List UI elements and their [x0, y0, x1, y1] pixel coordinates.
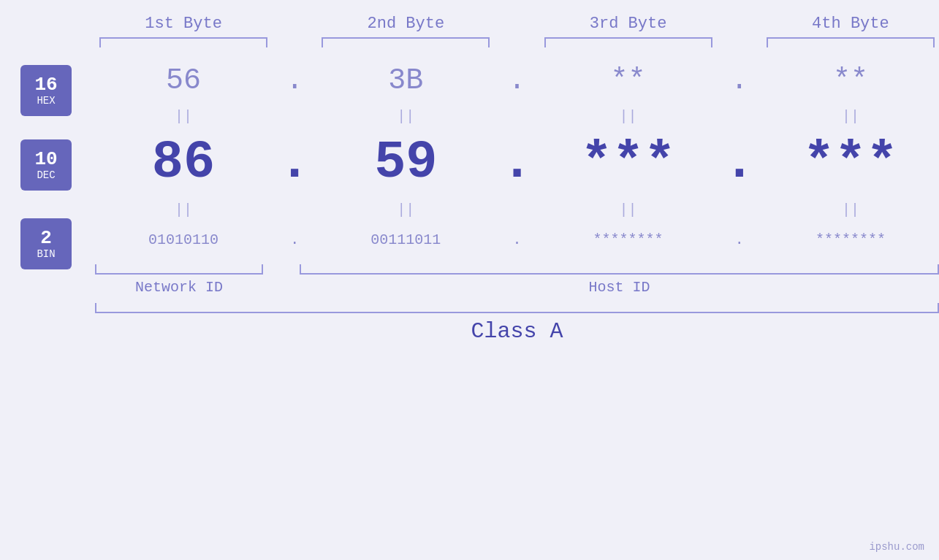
- dec-b4: ***: [767, 133, 935, 193]
- bin-badge-num: 2: [40, 228, 52, 249]
- dec-badge-label: DEC: [37, 169, 55, 181]
- hex-badge-label: HEX: [37, 95, 55, 107]
- dec-b2: 59: [322, 133, 490, 193]
- eq2-b1: ||: [99, 202, 267, 218]
- bin-dot1: .: [276, 231, 313, 248]
- byte2-header: 2nd Byte: [322, 15, 490, 33]
- eq1-b1: ||: [99, 108, 267, 125]
- hex-badge-num: 16: [34, 74, 57, 96]
- watermark: ipshu.com: [869, 541, 924, 553]
- eq2-b3: ||: [544, 202, 712, 218]
- bottom-bracket-host: [300, 264, 939, 275]
- top-bracket-1: [99, 37, 267, 47]
- bin-dot2: .: [498, 231, 535, 248]
- dec-b3: ***: [544, 133, 712, 193]
- top-bracket-3: [544, 37, 712, 47]
- bin-badge-label: BIN: [37, 248, 55, 260]
- host-id-label: Host ID: [300, 279, 939, 296]
- main-container: 1st Byte 2nd Byte 3rd Byte 4th Byte 16 H…: [0, 0, 939, 560]
- hex-b4: **: [767, 64, 935, 97]
- bin-b1: 01010110: [99, 231, 267, 248]
- bin-b3: ********: [544, 231, 712, 248]
- dec-b1: 86: [99, 133, 267, 193]
- hex-dot3: .: [721, 64, 758, 97]
- top-bracket-2: [322, 37, 490, 47]
- eq2-b2: ||: [322, 202, 490, 218]
- network-id-label: Network ID: [95, 279, 263, 296]
- hex-b1: 56: [99, 64, 267, 97]
- dec-badge-num: 10: [34, 149, 57, 170]
- byte4-header: 4th Byte: [767, 15, 935, 33]
- eq1-b3: ||: [544, 108, 712, 125]
- byte3-header: 3rd Byte: [544, 15, 712, 33]
- bin-badge: 2 BIN: [20, 218, 72, 269]
- dec-dot1: .: [276, 133, 313, 193]
- dec-dot2: .: [498, 133, 535, 193]
- class-label: Class A: [95, 319, 939, 344]
- dec-dot3: .: [721, 133, 758, 193]
- hex-b3: **: [544, 64, 712, 97]
- hex-dot2: .: [498, 64, 535, 97]
- class-bracket: [95, 303, 939, 313]
- hex-b2: 3B: [322, 64, 490, 97]
- bin-b4: ********: [767, 231, 935, 248]
- top-bracket-4: [767, 37, 935, 47]
- hex-badge: 16 HEX: [20, 65, 72, 116]
- eq1-b2: ||: [322, 108, 490, 125]
- eq2-b4: ||: [767, 202, 935, 218]
- bin-dot3: .: [721, 231, 758, 248]
- eq1-b4: ||: [767, 108, 935, 125]
- dec-badge: 10 DEC: [20, 139, 72, 191]
- bin-b2: 00111011: [322, 231, 490, 248]
- byte1-header: 1st Byte: [99, 15, 267, 33]
- hex-dot1: .: [276, 64, 313, 97]
- bottom-bracket-network: [95, 264, 263, 275]
